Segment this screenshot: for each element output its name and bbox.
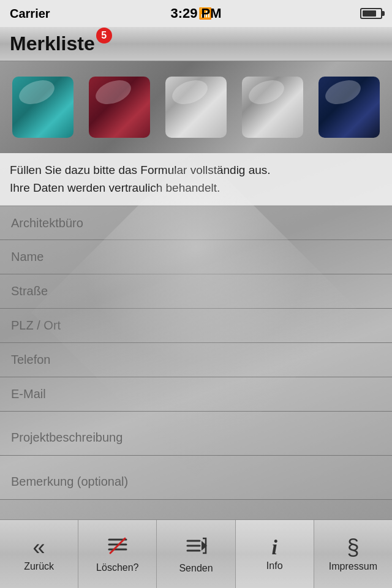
- product-tile-burgundy[interactable]: [89, 77, 150, 138]
- svg-line-3: [110, 538, 125, 553]
- delete-icon: [107, 535, 129, 560]
- tab-impressum[interactable]: § Impressum: [314, 520, 392, 588]
- telefon-field[interactable]: [0, 343, 392, 377]
- tab-send[interactable]: Senden: [157, 520, 235, 588]
- back-icon: «: [33, 537, 45, 559]
- battery-icon: [360, 8, 382, 19]
- product-tile-navy[interactable]: [318, 77, 380, 138]
- tab-back[interactable]: « Zurück: [0, 520, 78, 588]
- header: Merkliste5: [0, 27, 392, 61]
- tab-info[interactable]: i Info: [236, 520, 314, 588]
- tab-bar: « Zurück Löschen? Senden i Inf: [0, 519, 392, 588]
- tab-send-label: Senden: [179, 563, 213, 574]
- status-bar: Carrier 📶 3:29 PM: [0, 0, 392, 27]
- time-label: 3:29 PM: [170, 6, 221, 21]
- product-area: [0, 61, 392, 153]
- send-icon: [185, 535, 207, 560]
- carrier-label: Carrier: [10, 7, 50, 21]
- form-area: [0, 206, 392, 500]
- info-icon: i: [271, 537, 277, 558]
- tab-impressum-label: Impressum: [329, 561, 377, 572]
- tab-delete-label: Löschen?: [96, 562, 138, 573]
- description-text: Füllen Sie dazu bitte das Formular volls…: [0, 153, 392, 206]
- notification-badge: 5: [96, 28, 112, 43]
- projektbeschreibung-field[interactable]: [0, 412, 392, 456]
- product-tile-silver2[interactable]: [242, 77, 303, 138]
- impressum-icon: §: [347, 537, 359, 559]
- strasse-field[interactable]: [0, 274, 392, 309]
- email-field[interactable]: [0, 377, 392, 412]
- main-content: Füllen Sie dazu bitte das Formular volls…: [0, 61, 392, 519]
- product-tile-teal[interactable]: [12, 77, 74, 138]
- bemerkung-field[interactable]: [0, 456, 392, 500]
- name-field[interactable]: [0, 240, 392, 274]
- architektbuero-field[interactable]: [0, 206, 392, 240]
- page-title: Merkliste5: [10, 32, 95, 55]
- plz-ort-field[interactable]: [0, 309, 392, 343]
- tab-back-label: Zurück: [24, 561, 54, 572]
- tab-info-label: Info: [266, 560, 283, 571]
- product-tile-silver1[interactable]: [165, 77, 227, 138]
- tab-delete[interactable]: Löschen?: [78, 520, 157, 588]
